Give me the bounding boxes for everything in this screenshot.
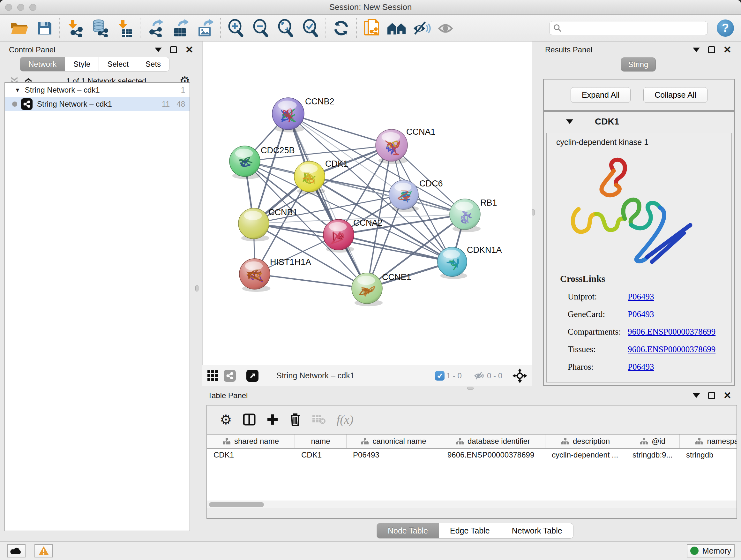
left-splitter-handle[interactable] (195, 285, 199, 292)
scrollbar-thumb[interactable] (209, 502, 264, 507)
column-header-description[interactable]: description (545, 435, 626, 448)
cloud-button[interactable] (7, 544, 25, 557)
export-network-icon (147, 19, 164, 37)
memory-button[interactable]: Memory (687, 544, 735, 557)
network-tree-row[interactable]: ▼String Network – cdk11 (5, 83, 190, 97)
tab-network[interactable]: Network (20, 57, 65, 71)
crosslink-link[interactable]: 9606.ENSP00000378699 (628, 345, 716, 354)
edge-count: 48 (170, 100, 185, 109)
crosslink-link[interactable]: 9606.ENSP00000378699 (628, 327, 716, 337)
column-header-name[interactable]: name (295, 435, 347, 448)
pan-crosshair-icon[interactable] (513, 368, 527, 383)
zoom-out-button[interactable] (248, 17, 273, 40)
birdseye-grid-icon[interactable] (207, 370, 218, 381)
crosslink-link[interactable]: P06493 (628, 292, 654, 302)
zoom-fit-icon (277, 19, 294, 37)
node-table[interactable]: shared namenamecanonical namedatabase id… (207, 434, 737, 508)
zoom-fit-button[interactable] (273, 17, 298, 40)
add-column-icon[interactable] (266, 414, 279, 426)
node-CDKN1A[interactable]: CDKN1A (437, 245, 502, 279)
import-network-file-button[interactable] (63, 17, 87, 40)
selected-nodes-checkbox[interactable] (435, 371, 445, 381)
gene-collapse-icon[interactable] (566, 119, 573, 124)
panel-menu-icon[interactable] (693, 393, 700, 398)
import-network-icon (67, 19, 83, 37)
export-table-button[interactable] (168, 17, 193, 40)
right-splitter-handle[interactable] (532, 209, 535, 215)
edge-CCNE1-HIST1H1A[interactable] (255, 274, 367, 288)
tab-select[interactable]: Select (99, 57, 137, 71)
column-label: shared name (234, 437, 279, 446)
crosslink-link[interactable]: P06493 (628, 309, 654, 319)
panel-close-icon[interactable]: ✕ (185, 46, 193, 53)
crosslink-link[interactable]: P06493 (628, 362, 654, 372)
network-graph[interactable]: CCNB2CCNA1CDC25BCDK1CDC6RB1CCNB1CCNA2CDK… (203, 42, 533, 365)
node-label-CCNE1: CCNE1 (382, 272, 411, 282)
import-table-button[interactable] (112, 17, 137, 40)
panel-float-icon[interactable] (170, 46, 177, 53)
zoom-in-button[interactable] (223, 17, 248, 40)
delete-table-icon[interactable] (312, 414, 326, 425)
tab-sets[interactable]: Sets (137, 57, 170, 71)
delete-column-trash-icon[interactable] (289, 413, 301, 426)
panel-float-icon[interactable] (708, 46, 715, 53)
collapse-all-button[interactable]: Collapse All (643, 87, 708, 103)
table-horizontal-scrollbar[interactable] (207, 501, 737, 508)
toolbar-separator (241, 368, 241, 383)
column-header-namespace[interactable]: namespace (680, 435, 737, 448)
column-header-database-identifier[interactable]: database identifier (441, 435, 545, 448)
zoom-selected-button[interactable] (298, 17, 323, 40)
save-session-button[interactable] (32, 17, 57, 40)
hide-selected-button[interactable] (409, 17, 434, 40)
open-in-new-window-icon[interactable] (246, 370, 259, 382)
table-row[interactable]: CDK1CDK1P064939606.ENSP00000378699cyclin… (207, 449, 737, 462)
home-button[interactable] (384, 17, 409, 40)
results-controls: Expand All Collapse All (543, 79, 735, 111)
toolbar-separator (220, 18, 221, 38)
panel-close-icon[interactable]: ✕ (724, 392, 731, 399)
panel-close-icon[interactable]: ✕ (724, 46, 731, 53)
tab-style[interactable]: Style (65, 57, 99, 71)
search-input[interactable] (562, 23, 704, 33)
tab-network-table[interactable]: Network Table (501, 523, 574, 539)
network-type-icon[interactable] (224, 370, 236, 382)
table-settings-gear-icon[interactable]: ⚙ (220, 412, 232, 428)
apply-layout-button[interactable] (329, 17, 354, 40)
hierarchy-icon (561, 438, 569, 445)
crosslink-row: GeneCard:P06493 (547, 309, 731, 319)
open-folder-icon (10, 21, 29, 36)
show-all-button[interactable] (434, 17, 459, 40)
hierarchy-icon (640, 438, 648, 445)
node-HIST1H1A[interactable]: HIST1H1A (239, 257, 311, 292)
column-header-shared-name[interactable]: shared name (207, 435, 295, 448)
network-view-canvas[interactable]: CCNB2CCNA1CDC25BCDK1CDC6RB1CCNB1CCNA2CDK… (202, 42, 532, 365)
memory-status-dot (690, 547, 698, 555)
panel-float-icon[interactable] (708, 392, 715, 399)
function-builder-icon[interactable]: f(x) (337, 413, 354, 427)
tab-edge-table[interactable]: Edge Table (439, 523, 501, 539)
column-header-@id[interactable]: @id (626, 435, 680, 448)
column-header-canonical-name[interactable]: canonical name (347, 435, 441, 448)
search-field[interactable] (549, 21, 708, 35)
tab-node-table[interactable]: Node Table (377, 523, 439, 539)
warning-icon (38, 546, 49, 556)
export-image-button[interactable] (193, 17, 218, 40)
tab-string[interactable]: String (621, 57, 656, 71)
panel-menu-icon[interactable] (155, 48, 162, 52)
open-session-button[interactable] (7, 17, 32, 40)
warnings-button[interactable] (35, 544, 53, 557)
application-window: Session: New Session (0, 0, 741, 560)
node-CDK1[interactable]: CDK1 (294, 159, 348, 194)
show-columns-icon[interactable] (243, 413, 256, 426)
control-panel: Control Panel ✕ NetworkStyleSelectSets 1… (0, 42, 200, 540)
clone-network-button[interactable] (359, 17, 384, 40)
expand-all-button[interactable]: Expand All (570, 87, 630, 103)
node-RB1[interactable]: RB1 (450, 198, 497, 232)
export-network-button[interactable] (143, 17, 168, 40)
panel-menu-icon[interactable] (693, 48, 700, 52)
help-button[interactable]: ? (717, 19, 734, 37)
network-tree-row[interactable]: String Network – cdk11148 (5, 97, 190, 111)
tree-expander-icon[interactable]: ▼ (15, 87, 20, 94)
gene-name: CDK1 (595, 117, 619, 127)
import-network-database-button[interactable] (87, 17, 112, 40)
